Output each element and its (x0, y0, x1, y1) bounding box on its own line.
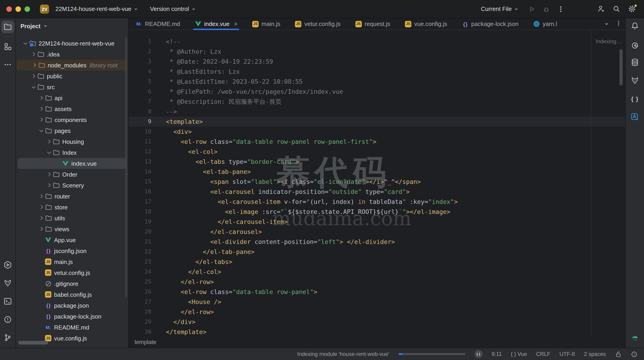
tree-item-readme.md[interactable]: M↓README.md (16, 322, 128, 333)
tree-item-jsconfig.json[interactable]: { }jsconfig.json (16, 245, 128, 256)
chevron-right-icon[interactable] (38, 214, 45, 222)
tree-item-index[interactable]: Index (16, 147, 128, 158)
project-panel-header[interactable]: Project (16, 18, 128, 34)
editor-tab-yarn.l[interactable]: yarn.l (530, 18, 560, 30)
breadcrumb-item-template[interactable]: template (134, 339, 156, 345)
editor-tab-package-lock.json[interactable]: { }package-lock.json (458, 18, 522, 30)
line-number[interactable]: 11 (128, 136, 151, 146)
language-widget[interactable]: { } Vue (511, 351, 527, 357)
event-log-warning-icon[interactable] (631, 351, 638, 357)
line-number[interactable]: 25 (128, 277, 151, 287)
problems-tool-button[interactable] (1, 313, 14, 326)
line-number[interactable]: 29 (128, 317, 151, 327)
chevron-right-icon[interactable] (31, 61, 38, 69)
plugin-mascot-icon[interactable] (628, 74, 641, 87)
version-control-tool-button[interactable] (1, 331, 14, 344)
editor-tab-index.vue[interactable]: index.vue× (192, 18, 241, 30)
line-number[interactable]: 19 (128, 217, 151, 227)
tree-item-app.vue[interactable]: App.vue (16, 234, 128, 245)
line-number[interactable]: 14 (128, 166, 151, 176)
tree-item-store[interactable]: store (16, 202, 128, 213)
tree-item-components[interactable]: components (16, 114, 128, 125)
close-window-button[interactable] (6, 6, 12, 12)
translate-plugin-icon[interactable] (628, 111, 641, 123)
minimize-window-button[interactable] (16, 6, 21, 12)
pause-indexing-button[interactable] (474, 350, 482, 358)
tab-options-kebab-icon[interactable] (615, 20, 622, 28)
gradle-braces-icon[interactable]: { } (628, 92, 641, 105)
editor-tab-vetur.config.js[interactable]: JSvetur.config.js (292, 18, 344, 30)
line-number[interactable]: 20 (128, 227, 151, 237)
line-number[interactable]: 8 (128, 106, 151, 116)
terminal-tool-button[interactable] (1, 295, 14, 308)
add-user-button[interactable] (595, 3, 607, 15)
line-number[interactable]: 4 (128, 66, 151, 76)
tree-item-order[interactable]: Order (16, 169, 128, 180)
ai-assistant-icon[interactable] (628, 38, 641, 51)
tree-item-package-lock.json[interactable]: { }package-lock.json (16, 311, 128, 322)
chevron-down-icon[interactable] (38, 127, 45, 134)
chevron-down-icon[interactable] (46, 149, 53, 156)
line-number[interactable]: 30 (128, 327, 151, 337)
settings-button[interactable] (626, 3, 638, 15)
chevron-right-icon[interactable] (38, 116, 45, 123)
line-number[interactable]: 27 (128, 297, 151, 307)
mascot-bird-icon[interactable] (628, 331, 641, 344)
search-everywhere-button[interactable] (610, 3, 622, 15)
close-tab-icon[interactable]: × (234, 21, 238, 27)
line-number[interactable]: 5 (128, 76, 151, 86)
tree-item-public[interactable]: public (16, 71, 128, 81)
tree-item-views[interactable]: views (16, 224, 128, 234)
run-configuration-selector[interactable]: Current File (478, 4, 521, 14)
editor-tab-readme.md[interactable]: M↓README.md (132, 18, 184, 30)
tree-item-api[interactable]: api (16, 92, 128, 103)
line-number[interactable]: 23 (128, 257, 151, 267)
breadcrumb[interactable]: template (128, 337, 625, 348)
tree-item-package.json[interactable]: { }package.json (16, 300, 128, 311)
run-button[interactable] (526, 3, 538, 15)
line-number[interactable]: 6 (128, 86, 151, 96)
tree-item-main.js[interactable]: JSmain.js (16, 256, 128, 267)
database-icon[interactable] (628, 56, 641, 69)
chevron-right-icon[interactable] (38, 225, 45, 233)
tree-item-babel.config.js[interactable]: JSbabel.config.js (16, 289, 128, 300)
line-number[interactable]: 13 (128, 156, 151, 166)
tree-item-router[interactable]: router (16, 191, 128, 202)
line-number[interactable]: 9 (128, 116, 151, 126)
notifications-bell-icon[interactable] (628, 20, 641, 32)
chevron-right-icon[interactable] (46, 182, 53, 189)
line-number[interactable]: 3 (128, 56, 151, 66)
line-number[interactable]: 24 (128, 267, 151, 277)
chevron-right-icon[interactable] (30, 72, 37, 80)
structure-tool-button[interactable] (1, 40, 14, 53)
tree-item-.idea[interactable]: .idea (16, 49, 128, 60)
tree-item-scenery[interactable]: Scenery (16, 180, 128, 191)
project-tool-button[interactable] (1, 21, 14, 33)
vcs-menu[interactable]: Version control (147, 4, 198, 14)
line-number[interactable]: 22 (128, 247, 151, 257)
project-horizontal-scrollbar[interactable] (18, 341, 48, 344)
tree-item-22m124-house-rent-web-vue[interactable]: 22M124-house-rent-web-vue (16, 38, 128, 49)
line-number[interactable]: 26 (128, 287, 151, 297)
tree-item-src[interactable]: src (16, 81, 128, 92)
line-ending-widget[interactable]: CRLF (536, 351, 550, 357)
chevron-down-icon[interactable] (22, 40, 29, 47)
caret-position-widget[interactable]: 9:11 (492, 351, 502, 357)
chevron-down-icon[interactable] (30, 83, 37, 91)
tree-item-housing[interactable]: Housing (16, 136, 128, 147)
line-number[interactable]: 2 (128, 46, 151, 56)
chevron-right-icon[interactable] (38, 204, 45, 211)
line-number[interactable]: 12 (128, 146, 151, 156)
line-number[interactable]: 28 (128, 307, 151, 317)
tree-item-.gitignore[interactable]: .gitignore (16, 278, 128, 289)
line-number[interactable]: 7 (128, 96, 151, 106)
project-vertical-scrollbar[interactable] (125, 37, 127, 298)
chevron-right-icon[interactable] (38, 105, 45, 112)
more-actions-button[interactable] (555, 3, 567, 15)
line-number[interactable]: 1 (128, 36, 151, 46)
editor-tab-vue.config.js[interactable]: JSvue.config.js (402, 18, 450, 30)
line-number[interactable]: 15 (128, 176, 151, 187)
debug-button[interactable] (540, 3, 552, 15)
editor-tab-main.js[interactable]: JSmain.js (249, 18, 283, 30)
chevron-right-icon[interactable] (46, 171, 53, 178)
